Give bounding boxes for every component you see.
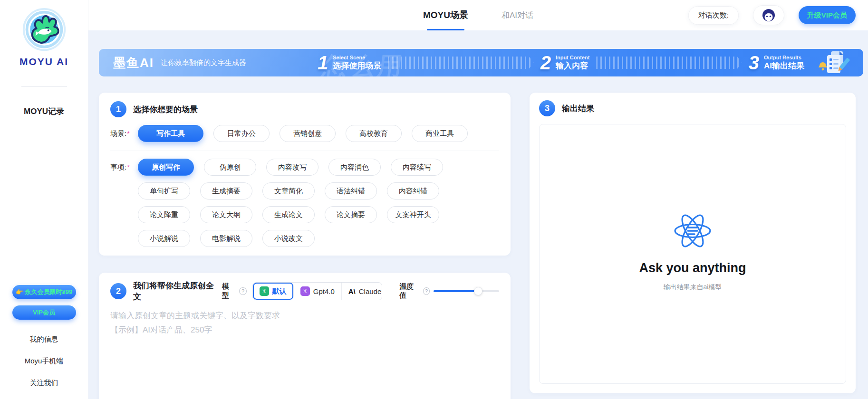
banner-step-3: 3 Output Results AI输出结果 [749, 52, 804, 74]
lifetime-membership-button[interactable]: 👉 永久会员限时¥99 [12, 285, 76, 299]
user-avatar-icon [762, 8, 776, 22]
panel1-divider [110, 151, 499, 151]
model-help-icon[interactable]: ? [239, 287, 246, 295]
scene-label: 场景:* [110, 125, 138, 142]
content-row: 1 选择你想要的场景 场景:* 写作工具 日常办公 营销创意 高校教育 商业工具… [99, 93, 856, 399]
temperature-label: 温度值 [399, 282, 419, 300]
item-tag[interactable]: 电影解说 [200, 230, 252, 247]
sidebar-menu: 我的信息 Moyu手机端 关注我们 退出登录 [0, 328, 88, 399]
stripe-arrow-divider [388, 57, 533, 69]
sidebar-item-logout[interactable]: 退出登录 [0, 394, 88, 399]
intro-banner: 墨鱼AI 让你效率翻倍的文字生成器 怎么用 1 Select Scene 选择使… [99, 49, 863, 76]
required-star: * [127, 130, 129, 137]
main-content: 墨鱼AI 让你效率翻倍的文字生成器 怎么用 1 Select Scene 选择使… [88, 30, 868, 399]
item-tag[interactable]: 单句扩写 [138, 182, 190, 200]
item-tag[interactable]: 文案神开头 [387, 206, 439, 223]
item-tag[interactable]: 内容润色 [328, 159, 381, 176]
item-row: 事项:* 原创写作 伪原创 内容改写 内容润色 内容续写 单句扩写 生成摘要 文… [110, 159, 499, 247]
header-right: 对话次数: 升级VIP会员 [688, 0, 856, 30]
panel2-title: 我们将帮你生成原创全文 [133, 280, 215, 302]
item-label: 事项:* [110, 159, 138, 176]
left-column: 1 选择你想要的场景 场景:* 写作工具 日常办公 营销创意 高校教育 商业工具… [99, 93, 511, 399]
pointing-hand-icon: 👉 [16, 288, 23, 295]
sidebar-item-moyu-records[interactable]: MOYU记录 [0, 106, 88, 117]
model-option-gpt4[interactable]: ✳ Gpt4.0 [294, 283, 342, 300]
atom-ai-icon [672, 210, 713, 251]
step-1-badge: 1 [110, 101, 126, 117]
empty-state: Ask you anything 输出结果来自ai模型 [639, 210, 746, 292]
model-option-claude[interactable]: A\ Claude [342, 283, 383, 300]
item-tag[interactable]: 内容续写 [391, 159, 443, 176]
upgrade-vip-button[interactable]: 升级VIP会员 [799, 6, 856, 24]
temperature-slider[interactable] [434, 287, 499, 295]
scene-tag[interactable]: 商业工具 [412, 125, 468, 142]
scene-select-panel: 1 选择你想要的场景 场景:* 写作工具 日常办公 营销创意 高校教育 商业工具… [99, 93, 511, 256]
chat-count-badge: 对话次数: [688, 6, 739, 25]
item-tag[interactable]: 内容纠错 [387, 182, 439, 200]
panel2-header: 2 我们将帮你生成原创全文 模型 ? ✳ 默认 ✳ Gpt4.0 [110, 280, 499, 302]
prompt-input[interactable]: 请输入原创文章的主题或关键字、以及字数要求 【示例】AI对话产品、250字 0 [110, 309, 499, 399]
model-option-default[interactable]: ✳ 默认 [253, 283, 294, 300]
tab-moyu-scenes[interactable]: MOYU场景 [423, 0, 468, 30]
logo: MOYU AI [0, 0, 88, 67]
sidebar-item-mobile-app[interactable]: Moyu手机端 [0, 350, 88, 372]
item-tag[interactable]: 论文大纲 [200, 206, 252, 223]
panel3-header: 3 输出结果 [539, 100, 846, 116]
item-tag[interactable]: 原创写作 [138, 159, 194, 176]
item-tag[interactable]: 论文降重 [138, 206, 190, 223]
prompt-placeholder-line1: 请输入原创文章的主题或关键字、以及字数要求 [110, 309, 499, 323]
banner-brand: 墨鱼AI [113, 55, 154, 71]
model-selector: ✳ 默认 ✳ Gpt4.0 A\ Claude [252, 282, 383, 300]
item-tag[interactable]: 小说解说 [138, 230, 190, 247]
item-tag-list: 原创写作 伪原创 内容改写 内容润色 内容续写 单句扩写 生成摘要 文章简化 语… [138, 159, 499, 247]
empty-state-subtitle: 输出结果来自ai模型 [664, 283, 722, 292]
scene-tag[interactable]: 高校教育 [346, 125, 402, 142]
item-tag[interactable]: 内容改写 [266, 159, 318, 176]
documents-pencil-illustration-icon [817, 50, 851, 75]
sidebar-divider [21, 86, 67, 87]
moyu-logo-icon [21, 8, 67, 53]
logo-text: MOYU AI [0, 56, 88, 67]
banner-step-2: 2 Input Content 输入内容 [540, 52, 590, 74]
panel1-title: 选择你想要的场景 [133, 104, 198, 115]
sidebar-item-my-info[interactable]: 我的信息 [0, 328, 88, 350]
scene-tag[interactable]: 日常办公 [213, 125, 270, 142]
sidebar-bottom: 👉 永久会员限时¥99 VIP会员 我的信息 Moyu手机端 关注我们 退出登录 [0, 285, 88, 399]
empty-state-title: Ask you anything [639, 261, 746, 276]
claude-model-icon: A\ [348, 287, 356, 295]
output-panel: 3 输出结果 [530, 93, 856, 393]
step-3-badge: 3 [539, 100, 555, 116]
vip-membership-button[interactable]: VIP会员 [12, 305, 76, 320]
panel1-header: 1 选择你想要的场景 [110, 101, 499, 117]
temperature-help-icon[interactable]: ? [423, 287, 430, 295]
scene-tag[interactable]: 营销创意 [280, 125, 336, 142]
temperature-group: 温度值 ? [399, 282, 499, 300]
item-tag[interactable]: 语法纠错 [325, 182, 377, 200]
panel3-title: 输出结果 [562, 103, 594, 114]
temperature-slider-thumb[interactable] [474, 287, 482, 295]
item-tag[interactable]: 生成论文 [262, 206, 315, 223]
gpt4-model-icon: ✳ [300, 286, 310, 296]
prompt-placeholder-line2: 【示例】AI对话产品、250字 [110, 323, 499, 337]
item-tag[interactable]: 生成摘要 [200, 182, 252, 200]
item-tag[interactable]: 小说改文 [262, 230, 315, 247]
stripe-arrow-divider [596, 57, 742, 69]
tab-chat-with-ai[interactable]: 和AI对话 [502, 0, 533, 30]
model-group: 模型 ? ✳ 默认 ✳ Gpt4.0 A [222, 282, 383, 300]
required-star: * [127, 163, 129, 171]
sidebar-item-follow-us[interactable]: 关注我们 [0, 372, 88, 394]
scene-tag[interactable]: 写作工具 [138, 125, 203, 142]
scene-row: 场景:* 写作工具 日常办公 营销创意 高校教育 商业工具 [110, 125, 499, 142]
sidebar: MOYU AI MOYU记录 👉 永久会员限时¥99 VIP会员 我的信息 Mo… [0, 0, 88, 399]
avatar-button[interactable] [753, 5, 784, 25]
generate-input-panel: 2 我们将帮你生成原创全文 模型 ? ✳ 默认 ✳ Gpt4.0 [99, 273, 511, 399]
item-tag[interactable]: 论文摘要 [325, 206, 377, 223]
default-model-icon: ✳ [260, 286, 269, 296]
output-result-box: Ask you anything 输出结果来自ai模型 [539, 124, 846, 384]
step-2-badge: 2 [110, 283, 126, 299]
item-tag[interactable]: 文章简化 [262, 182, 315, 200]
item-tag[interactable]: 伪原创 [204, 159, 256, 176]
temperature-slider-fill [434, 290, 478, 292]
top-header: MOYU场景 和AI对话 对话次数: 升级VIP会员 [88, 0, 868, 30]
scene-tag-list: 写作工具 日常办公 营销创意 高校教育 商业工具 [138, 125, 468, 142]
